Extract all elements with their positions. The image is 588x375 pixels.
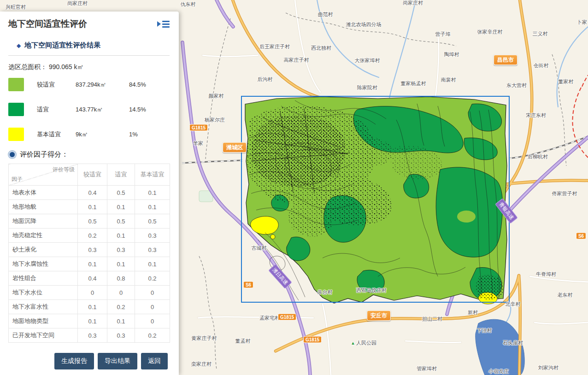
corner-label-grade: 评价等级: [53, 166, 75, 174]
factor-score: 0: [78, 286, 107, 300]
factor-row: 地下水富水性0.10.20: [9, 300, 170, 314]
result-section-title: 地下空间适宜性评价结果: [24, 41, 100, 50]
factor-score: 0.3: [78, 243, 107, 257]
factor-section-title: 评价因子得分：: [20, 150, 68, 159]
panel-header: 地下空间适宜性评价: [8, 18, 170, 30]
factor-score: 0.5: [135, 214, 170, 229]
factor-name: 砂土液化: [9, 243, 78, 257]
factor-score: 0.5: [107, 186, 135, 200]
factor-score: 0.1: [135, 257, 170, 271]
factor-score: 0.4: [78, 271, 107, 286]
factor-name: 地下水水位: [9, 286, 78, 300]
legend-swatch: [8, 78, 24, 91]
factor-score: 0.1: [78, 257, 107, 271]
factor-score-table: 评价等级 因子 较适宜 适宜 基本适宜 地表水体0.40.50.1地形地貌0.1…: [8, 164, 170, 343]
factor-score: 0.1: [107, 200, 135, 214]
factor-score: 0.4: [78, 186, 107, 200]
result-section-header: ◆ 地下空间适宜性评价结果: [8, 41, 170, 50]
factor-row: 地壳稳定性0.20.10.3: [9, 229, 170, 243]
factor-name: 地形地貌: [9, 200, 78, 214]
factor-score: 0.1: [135, 200, 170, 214]
factor-row: 地面沉降0.50.50.5: [9, 214, 170, 229]
suitability-legend: 较适宜837.294k㎡84.5%适宜143.77k㎡14.5%基本适宜9k㎡1…: [8, 78, 170, 141]
factor-name: 地面地物类型: [9, 314, 78, 328]
column-header: 较适宜: [78, 164, 107, 186]
factor-score: 0.3: [135, 243, 170, 257]
factor-score: 0.1: [107, 229, 135, 243]
legend-label: 基本适宜: [37, 130, 76, 139]
factor-row: 地面地物类型0.10.10: [9, 314, 170, 328]
factor-name: 已开发地下空间: [9, 328, 78, 343]
factor-row: 砂土液化0.30.30.3: [9, 243, 170, 257]
factor-score: 0.1: [78, 314, 107, 328]
factor-score: 0.1: [78, 300, 107, 314]
back-button[interactable]: 返回: [141, 353, 168, 369]
factor-score: 0.2: [135, 328, 170, 343]
factor-name: 地面沉降: [9, 214, 78, 229]
factor-row: 地下水水位000: [9, 286, 170, 300]
factor-score: 0.3: [78, 328, 107, 343]
legend-swatch: [8, 128, 24, 141]
legend-percent: 84.5%: [129, 81, 146, 88]
factor-score: 0: [107, 286, 135, 300]
total-area-row: 选区总面积：990.065 k㎡: [8, 63, 170, 71]
factor-score: 0.3: [107, 328, 135, 343]
factor-section-header: 评价因子得分：: [8, 150, 170, 159]
diamond-icon: ◆: [17, 42, 21, 49]
factor-score: 0: [135, 286, 170, 300]
legend-area: 9k㎡: [76, 130, 129, 139]
bullet-circle-icon: [8, 151, 16, 158]
factor-name: 地壳稳定性: [9, 229, 78, 243]
corner-label-factor: 因子: [12, 176, 23, 183]
generate-report-button[interactable]: 生成报告: [54, 353, 94, 369]
factor-score: 0.5: [107, 214, 135, 229]
legend-percent: 14.5%: [129, 106, 146, 113]
factor-row: 已开发地下空间0.30.30.2: [9, 328, 170, 343]
table-corner-cell: 评价等级 因子: [9, 164, 78, 186]
export-results-button[interactable]: 导出结果: [98, 353, 137, 369]
table-header-row: 评价等级 因子 较适宜 适宜 基本适宜: [9, 164, 170, 186]
panel-title: 地下空间适宜性评价: [8, 18, 87, 30]
total-area-label: 选区总面积：: [8, 63, 47, 70]
legend-label: 较适宜: [37, 81, 76, 89]
factor-score: 0.2: [107, 300, 135, 314]
panel-collapse-button[interactable]: [157, 21, 170, 28]
legend-percent: 1%: [129, 131, 138, 138]
factor-score: 0.1: [107, 257, 135, 271]
legend-label: 适宜: [37, 105, 76, 114]
legend-item: 较适宜837.294k㎡84.5%: [8, 78, 170, 91]
menu-icon: [162, 21, 170, 28]
overlay-hole: [457, 211, 476, 223]
factor-name: 地下水富水性: [9, 300, 78, 314]
legend-area: 143.77k㎡: [76, 105, 129, 114]
legend-item: 适宜143.77k㎡14.5%: [8, 103, 170, 116]
factor-row: 岩性组合0.40.80.2: [9, 271, 170, 286]
factor-score: 0.3: [107, 243, 135, 257]
factor-row: 地表水体0.40.50.1: [9, 186, 170, 200]
factor-score: 0.3: [135, 229, 170, 243]
legend-swatch: [8, 103, 24, 116]
factor-row: 地形地貌0.10.10.1: [9, 200, 170, 214]
factor-name: 岩性组合: [9, 271, 78, 286]
factor-name: 地下水腐蚀性: [9, 257, 78, 271]
factor-score: 0.8: [107, 271, 135, 286]
factor-score: 0.5: [78, 214, 107, 229]
factor-score: 0: [135, 300, 170, 314]
factor-score: 0.1: [135, 186, 170, 200]
divider: [8, 55, 170, 56]
column-header: 适宜: [107, 164, 135, 186]
factor-name: 地表水体: [9, 186, 78, 200]
evaluation-panel: 地下空间适宜性评价 ◆ 地下空间适宜性评价结果 选区总面积：990.065 k㎡…: [0, 12, 179, 375]
factor-score: 0.2: [78, 229, 107, 243]
factor-score: 0: [135, 314, 170, 328]
factor-row: 地下水腐蚀性0.10.10.1: [9, 257, 170, 271]
factor-score: 0.2: [135, 271, 170, 286]
total-area-value: 990.065 k㎡: [49, 63, 84, 70]
collapse-arrow-icon: [157, 21, 161, 27]
factor-score: 0.1: [78, 200, 107, 214]
legend-area: 837.294k㎡: [76, 81, 129, 89]
column-header: 基本适宜: [135, 164, 170, 186]
legend-item: 基本适宜9k㎡1%: [8, 128, 170, 141]
factor-score: 0.1: [107, 314, 135, 328]
action-buttons: 生成报告 导出结果 返回: [8, 347, 170, 370]
